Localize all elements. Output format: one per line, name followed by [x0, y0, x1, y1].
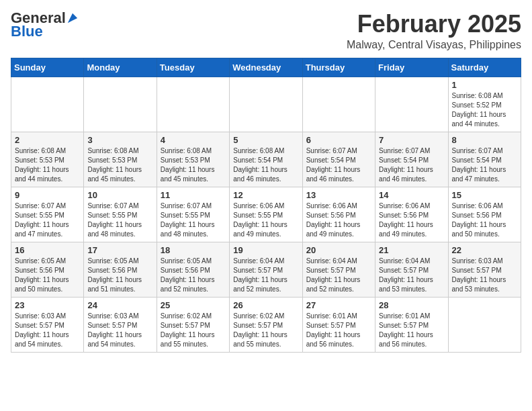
day-number: 12 [233, 190, 298, 200]
day-number: 16 [15, 245, 80, 255]
header-sunday: Sunday [11, 58, 84, 77]
day-number: 20 [306, 245, 371, 255]
calendar-day-2: 2Sunrise: 6:08 AM Sunset: 5:53 PM Daylig… [11, 132, 84, 187]
day-info: Sunrise: 6:07 AM Sunset: 5:54 PM Dayligh… [306, 146, 371, 184]
calendar-day-28: 28Sunrise: 6:01 AM Sunset: 5:57 PM Dayli… [375, 297, 448, 352]
calendar-day-23: 23Sunrise: 6:03 AM Sunset: 5:57 PM Dayli… [11, 297, 84, 352]
day-number: 7 [379, 135, 444, 145]
calendar-week-row: 2Sunrise: 6:08 AM Sunset: 5:53 PM Daylig… [11, 132, 521, 187]
calendar-day-15: 15Sunrise: 6:06 AM Sunset: 5:56 PM Dayli… [448, 187, 521, 242]
day-info: Sunrise: 6:06 AM Sunset: 5:56 PM Dayligh… [306, 201, 371, 239]
calendar-day-6: 6Sunrise: 6:07 AM Sunset: 5:54 PM Daylig… [302, 132, 375, 187]
header-tuesday: Tuesday [157, 58, 229, 77]
month-title: February 2025 [347, 11, 521, 38]
day-number: 15 [452, 190, 517, 200]
day-info: Sunrise: 6:07 AM Sunset: 5:55 PM Dayligh… [15, 201, 80, 239]
page-header: General Blue February 2025 Malway, Centr… [11, 11, 521, 51]
calendar-empty-cell [84, 77, 157, 132]
calendar-day-1: 1Sunrise: 6:08 AM Sunset: 5:52 PM Daylig… [448, 77, 521, 132]
calendar-header-row: SundayMondayTuesdayWednesdayThursdayFrid… [11, 58, 521, 77]
logo: General Blue [11, 11, 79, 40]
day-info: Sunrise: 6:05 AM Sunset: 5:56 PM Dayligh… [15, 257, 80, 294]
day-number: 5 [233, 135, 298, 145]
calendar-week-row: 9Sunrise: 6:07 AM Sunset: 5:55 PM Daylig… [11, 187, 521, 242]
calendar-week-row: 16Sunrise: 6:05 AM Sunset: 5:56 PM Dayli… [11, 242, 521, 297]
calendar-day-10: 10Sunrise: 6:07 AM Sunset: 5:55 PM Dayli… [84, 187, 157, 242]
day-info: Sunrise: 6:04 AM Sunset: 5:57 PM Dayligh… [233, 257, 298, 294]
day-info: Sunrise: 6:07 AM Sunset: 5:55 PM Dayligh… [161, 201, 226, 239]
day-number: 23 [15, 300, 80, 310]
day-info: Sunrise: 6:02 AM Sunset: 5:57 PM Dayligh… [161, 312, 226, 349]
calendar-empty-cell [302, 77, 375, 132]
calendar-day-5: 5Sunrise: 6:08 AM Sunset: 5:54 PM Daylig… [230, 132, 302, 187]
calendar-day-4: 4Sunrise: 6:08 AM Sunset: 5:53 PM Daylig… [157, 132, 229, 187]
day-number: 3 [87, 135, 152, 145]
day-number: 22 [452, 245, 517, 255]
day-info: Sunrise: 6:05 AM Sunset: 5:56 PM Dayligh… [87, 257, 152, 294]
calendar-day-19: 19Sunrise: 6:04 AM Sunset: 5:57 PM Dayli… [230, 242, 302, 297]
day-info: Sunrise: 6:07 AM Sunset: 5:54 PM Dayligh… [379, 146, 444, 184]
title-block: February 2025 Malway, Central Visayas, P… [347, 11, 521, 51]
day-info: Sunrise: 6:06 AM Sunset: 5:55 PM Dayligh… [233, 201, 298, 239]
day-number: 1 [452, 80, 517, 90]
day-info: Sunrise: 6:05 AM Sunset: 5:56 PM Dayligh… [161, 257, 226, 294]
calendar-day-24: 24Sunrise: 6:03 AM Sunset: 5:57 PM Dayli… [84, 297, 157, 352]
day-number: 8 [452, 135, 517, 145]
day-number: 27 [306, 300, 371, 310]
calendar-day-17: 17Sunrise: 6:05 AM Sunset: 5:56 PM Dayli… [84, 242, 157, 297]
calendar-day-21: 21Sunrise: 6:04 AM Sunset: 5:57 PM Dayli… [375, 242, 448, 297]
day-number: 28 [379, 300, 444, 310]
day-number: 14 [379, 190, 444, 200]
day-info: Sunrise: 6:07 AM Sunset: 5:54 PM Dayligh… [452, 146, 517, 184]
header-thursday: Thursday [302, 58, 375, 77]
day-info: Sunrise: 6:03 AM Sunset: 5:57 PM Dayligh… [15, 312, 80, 349]
calendar-empty-cell [375, 77, 448, 132]
header-friday: Friday [375, 58, 448, 77]
day-number: 26 [233, 300, 298, 310]
calendar-day-7: 7Sunrise: 6:07 AM Sunset: 5:54 PM Daylig… [375, 132, 448, 187]
logo-blue-text: Blue [11, 23, 43, 40]
day-info: Sunrise: 6:01 AM Sunset: 5:57 PM Dayligh… [379, 312, 444, 349]
day-info: Sunrise: 6:03 AM Sunset: 5:57 PM Dayligh… [87, 312, 152, 349]
day-number: 4 [161, 135, 226, 145]
location-title: Malway, Central Visayas, Philippines [347, 39, 521, 51]
day-number: 11 [161, 190, 226, 200]
calendar-day-20: 20Sunrise: 6:04 AM Sunset: 5:57 PM Dayli… [302, 242, 375, 297]
day-info: Sunrise: 6:06 AM Sunset: 5:56 PM Dayligh… [379, 201, 444, 239]
calendar-day-16: 16Sunrise: 6:05 AM Sunset: 5:56 PM Dayli… [11, 242, 84, 297]
calendar-day-3: 3Sunrise: 6:08 AM Sunset: 5:53 PM Daylig… [84, 132, 157, 187]
day-number: 21 [379, 245, 444, 255]
day-number: 24 [87, 300, 152, 310]
calendar-week-row: 1Sunrise: 6:08 AM Sunset: 5:52 PM Daylig… [11, 77, 521, 132]
calendar-empty-cell [11, 77, 84, 132]
day-number: 6 [306, 135, 371, 145]
calendar-week-row: 23Sunrise: 6:03 AM Sunset: 5:57 PM Dayli… [11, 297, 521, 352]
calendar-table: SundayMondayTuesdayWednesdayThursdayFrid… [11, 58, 521, 353]
day-info: Sunrise: 6:06 AM Sunset: 5:56 PM Dayligh… [452, 201, 517, 239]
header-monday: Monday [84, 58, 157, 77]
calendar-empty-cell [448, 297, 521, 352]
day-info: Sunrise: 6:08 AM Sunset: 5:53 PM Dayligh… [15, 146, 80, 184]
calendar-day-12: 12Sunrise: 6:06 AM Sunset: 5:55 PM Dayli… [230, 187, 302, 242]
calendar-day-14: 14Sunrise: 6:06 AM Sunset: 5:56 PM Dayli… [375, 187, 448, 242]
day-info: Sunrise: 6:01 AM Sunset: 5:57 PM Dayligh… [306, 312, 371, 349]
calendar-day-13: 13Sunrise: 6:06 AM Sunset: 5:56 PM Dayli… [302, 187, 375, 242]
calendar-day-9: 9Sunrise: 6:07 AM Sunset: 5:55 PM Daylig… [11, 187, 84, 242]
calendar-day-26: 26Sunrise: 6:02 AM Sunset: 5:57 PM Dayli… [230, 297, 302, 352]
header-wednesday: Wednesday [230, 58, 302, 77]
calendar-day-25: 25Sunrise: 6:02 AM Sunset: 5:57 PM Dayli… [157, 297, 229, 352]
calendar-day-22: 22Sunrise: 6:03 AM Sunset: 5:57 PM Dayli… [448, 242, 521, 297]
day-info: Sunrise: 6:08 AM Sunset: 5:52 PM Dayligh… [452, 91, 517, 129]
day-number: 17 [87, 245, 152, 255]
day-number: 18 [161, 245, 226, 255]
header-saturday: Saturday [448, 58, 521, 77]
calendar-day-18: 18Sunrise: 6:05 AM Sunset: 5:56 PM Dayli… [157, 242, 229, 297]
day-number: 10 [87, 190, 152, 200]
day-info: Sunrise: 6:08 AM Sunset: 5:54 PM Dayligh… [233, 146, 298, 184]
day-info: Sunrise: 6:08 AM Sunset: 5:53 PM Dayligh… [161, 146, 226, 184]
day-info: Sunrise: 6:04 AM Sunset: 5:57 PM Dayligh… [306, 257, 371, 294]
day-info: Sunrise: 6:07 AM Sunset: 5:55 PM Dayligh… [87, 201, 152, 239]
svg-marker-0 [68, 13, 77, 23]
day-info: Sunrise: 6:03 AM Sunset: 5:57 PM Dayligh… [452, 257, 517, 294]
calendar-empty-cell [157, 77, 229, 132]
